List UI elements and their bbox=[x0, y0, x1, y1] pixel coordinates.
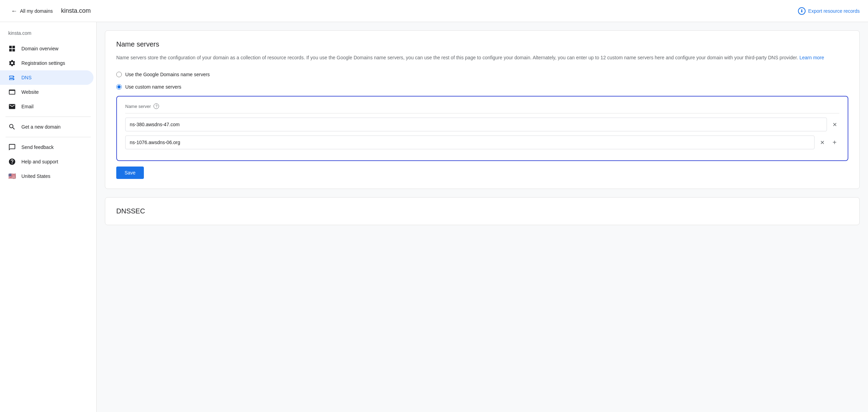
custom-ns-option[interactable]: Use custom name servers bbox=[116, 81, 848, 93]
sidebar-item-help-support[interactable]: Help and support bbox=[0, 154, 93, 169]
dnssec-card: DNSSEC bbox=[105, 197, 860, 225]
feedback-icon bbox=[8, 143, 16, 151]
ns-input-1[interactable] bbox=[125, 118, 827, 131]
main-content: Name servers Name servers store the conf… bbox=[97, 22, 868, 412]
custom-ns-box: Name server ? ✕ ✕ + bbox=[116, 96, 848, 161]
save-button[interactable]: Save bbox=[116, 167, 144, 179]
sidebar-item-united-states[interactable]: 🇺🇸 United States bbox=[0, 169, 93, 183]
google-ns-label: Use the Google Domains name servers bbox=[125, 72, 210, 77]
export-icon: ⬇ bbox=[798, 7, 806, 15]
ns-input-row-2: ✕ + bbox=[125, 135, 839, 149]
sidebar-item-dns[interactable]: DNS bbox=[0, 70, 93, 85]
grid-icon bbox=[8, 45, 16, 52]
sidebar-label-dns: DNS bbox=[21, 75, 32, 80]
sidebar-label-get-new-domain: Get a new domain bbox=[21, 124, 61, 130]
google-ns-option[interactable]: Use the Google Domains name servers bbox=[116, 68, 848, 81]
sidebar-item-get-new-domain[interactable]: Get a new domain bbox=[0, 120, 93, 134]
ns-column-label: Name server bbox=[125, 104, 151, 109]
name-servers-description: Name servers store the configuration of … bbox=[116, 54, 848, 61]
domain-title: kinsta.com bbox=[61, 7, 792, 14]
ns-add-button[interactable]: + bbox=[830, 138, 839, 147]
export-label: Export resource records bbox=[808, 8, 860, 14]
sidebar-label-domain-overview: Domain overview bbox=[21, 46, 58, 51]
app-body: kinsta.com Domain overview Registration … bbox=[0, 22, 868, 412]
dnssec-title: DNSSEC bbox=[116, 207, 848, 215]
dns-icon bbox=[8, 74, 16, 81]
help-circle-icon bbox=[8, 158, 16, 165]
back-button[interactable]: ← All my domains bbox=[8, 5, 56, 17]
ns-divider-1 bbox=[125, 113, 839, 113]
settings-icon bbox=[8, 59, 16, 67]
custom-ns-radio[interactable] bbox=[116, 84, 122, 90]
ns-help-icon[interactable]: ? bbox=[154, 103, 159, 109]
sidebar-item-domain-overview[interactable]: Domain overview bbox=[0, 41, 93, 56]
name-servers-title: Name servers bbox=[116, 40, 848, 48]
google-ns-radio[interactable] bbox=[116, 72, 122, 77]
sidebar-label-help-support: Help and support bbox=[21, 159, 58, 164]
sidebar-label-email: Email bbox=[21, 104, 33, 109]
sidebar-item-website[interactable]: Website bbox=[0, 85, 93, 99]
export-button[interactable]: ⬇ Export resource records bbox=[798, 7, 860, 15]
ns-input-2[interactable] bbox=[125, 135, 815, 149]
sidebar-label-registration-settings: Registration settings bbox=[21, 60, 65, 66]
sidebar-label-website: Website bbox=[21, 89, 39, 95]
sidebar: kinsta.com Domain overview Registration … bbox=[0, 22, 97, 412]
learn-more-link[interactable]: Learn more bbox=[799, 55, 824, 60]
email-icon bbox=[8, 103, 16, 110]
sidebar-item-registration-settings[interactable]: Registration settings bbox=[0, 56, 93, 70]
ns-clear-button-2[interactable]: ✕ bbox=[817, 138, 827, 147]
ns-label-row: Name server ? bbox=[125, 103, 839, 109]
flag-icon: 🇺🇸 bbox=[8, 172, 16, 180]
sidebar-domain: kinsta.com bbox=[0, 28, 96, 41]
search-icon bbox=[8, 123, 16, 131]
sidebar-item-send-feedback[interactable]: Send feedback bbox=[0, 140, 93, 154]
sidebar-label-united-states: United States bbox=[21, 173, 50, 179]
ns-clear-button-1[interactable]: ✕ bbox=[830, 120, 839, 129]
website-icon bbox=[8, 88, 16, 96]
top-header: ← All my domains kinsta.com ⬇ Export res… bbox=[0, 0, 868, 22]
sidebar-divider-2 bbox=[6, 137, 91, 137]
custom-ns-label: Use custom name servers bbox=[125, 84, 181, 90]
name-servers-card: Name servers Name servers store the conf… bbox=[105, 30, 860, 189]
sidebar-label-send-feedback: Send feedback bbox=[21, 144, 53, 150]
sidebar-item-email[interactable]: Email bbox=[0, 99, 93, 114]
back-label: All my domains bbox=[20, 8, 53, 14]
ns-input-row-1: ✕ bbox=[125, 118, 839, 131]
back-arrow-icon: ← bbox=[11, 8, 17, 14]
sidebar-divider bbox=[6, 117, 91, 117]
